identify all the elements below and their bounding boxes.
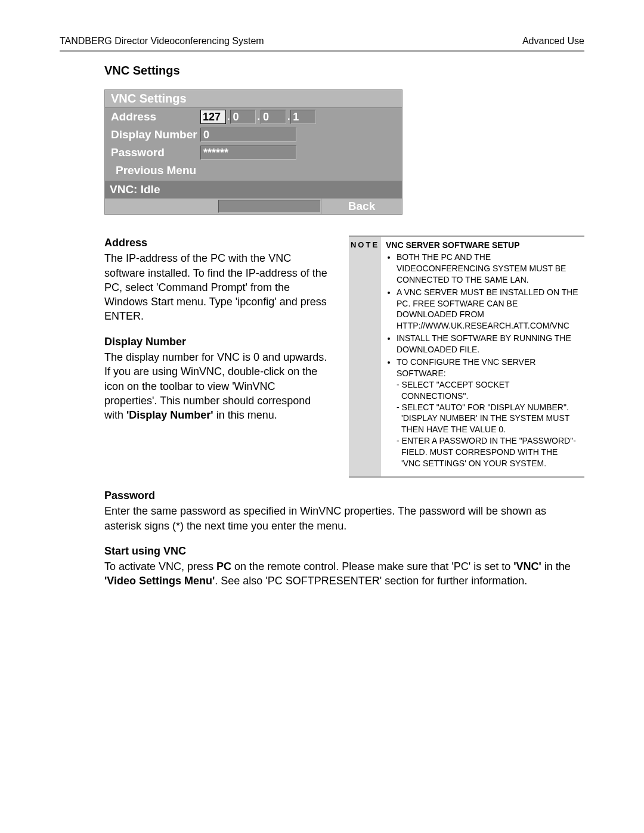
note-label: NOTE bbox=[349, 237, 381, 476]
page-header: TANDBERG Director Videoconferencing Syst… bbox=[60, 36, 584, 52]
ip-octet-4[interactable]: 1 bbox=[290, 110, 316, 124]
ip-octet-3[interactable]: 0 bbox=[261, 110, 286, 124]
note-list: BOTH THE PC AND THE VIDEOCONFERENCING SY… bbox=[386, 252, 578, 469]
vnc-settings-panel: VNC Settings Address 127 . 0 . 0 . 1 Dis… bbox=[104, 89, 402, 215]
note-item: INSTALL THE SOFTWARE BY RUNNING THE DOWN… bbox=[397, 333, 578, 355]
password-field[interactable]: ****** bbox=[200, 145, 296, 160]
heading-password: Password bbox=[104, 488, 584, 503]
ip-octet-1[interactable]: 127 bbox=[200, 110, 226, 124]
heading-start-vnc: Start using VNC bbox=[104, 544, 584, 558]
label-address: Address bbox=[111, 110, 200, 123]
note-box: NOTE VNC SERVER SOFTWARE SETUP BOTH THE … bbox=[349, 236, 584, 478]
row-address: Address 127 . 0 . 0 . 1 bbox=[105, 108, 402, 126]
status-bar: VNC: Idle bbox=[104, 181, 402, 199]
heading-display-number: Display Number bbox=[104, 335, 331, 349]
header-right: Advanced Use bbox=[522, 36, 584, 47]
panel-title: VNC Settings bbox=[104, 89, 402, 108]
section-title: VNC Settings bbox=[104, 64, 584, 78]
bottom-field[interactable] bbox=[218, 200, 321, 213]
display-number-field[interactable]: 0 bbox=[200, 128, 296, 142]
row-display-number: Display Number 0 bbox=[105, 126, 402, 144]
previous-menu-item[interactable]: Previous Menu bbox=[105, 162, 402, 181]
ip-octet-2[interactable]: 0 bbox=[230, 110, 256, 124]
heading-address: Address bbox=[104, 236, 331, 250]
text-display-number: The display number for VNC is 0 and upwa… bbox=[104, 350, 331, 422]
label-display-number: Display Number bbox=[111, 128, 200, 141]
row-password: Password ****** bbox=[105, 144, 402, 162]
bottom-bar: Back bbox=[104, 199, 402, 215]
text-password: Enter the same password as specified in … bbox=[104, 504, 584, 533]
header-left: TANDBERG Director Videoconferencing Syst… bbox=[60, 36, 264, 47]
back-button[interactable]: Back bbox=[321, 199, 402, 214]
note-item: BOTH THE PC AND THE VIDEOCONFERENCING SY… bbox=[397, 252, 578, 286]
note-item: TO CONFIGURE THE VNC SERVER SOFTWARE: - … bbox=[397, 357, 578, 469]
note-item: A VNC SERVER MUST BE INSTALLED ON THE PC… bbox=[397, 287, 578, 332]
note-title: VNC SERVER SOFTWARE SETUP bbox=[386, 240, 520, 250]
label-password: Password bbox=[111, 146, 200, 159]
text-address: The IP-address of the PC with the VNC so… bbox=[104, 251, 331, 323]
text-start-vnc: To activate VNC, press PC on the remote … bbox=[104, 559, 584, 589]
